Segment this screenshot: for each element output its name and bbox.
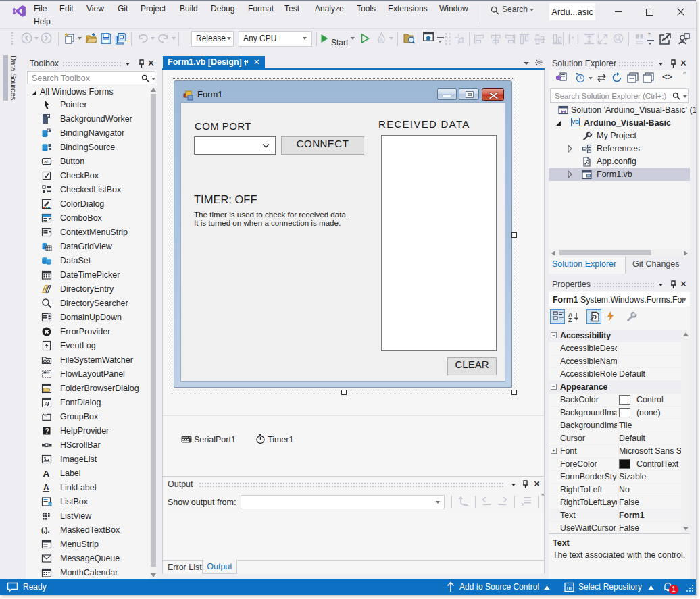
svg-text:(.).: (.). [41,527,49,534]
svg-text:ab: ab [44,159,49,164]
svg-text:A: A [43,469,50,479]
svg-text:A: A [43,483,49,492]
svg-text:?: ? [45,427,49,435]
svg-text:xy: xy [44,413,48,417]
svg-text:*: * [572,36,574,43]
svg-text:Z: Z [568,317,572,322]
